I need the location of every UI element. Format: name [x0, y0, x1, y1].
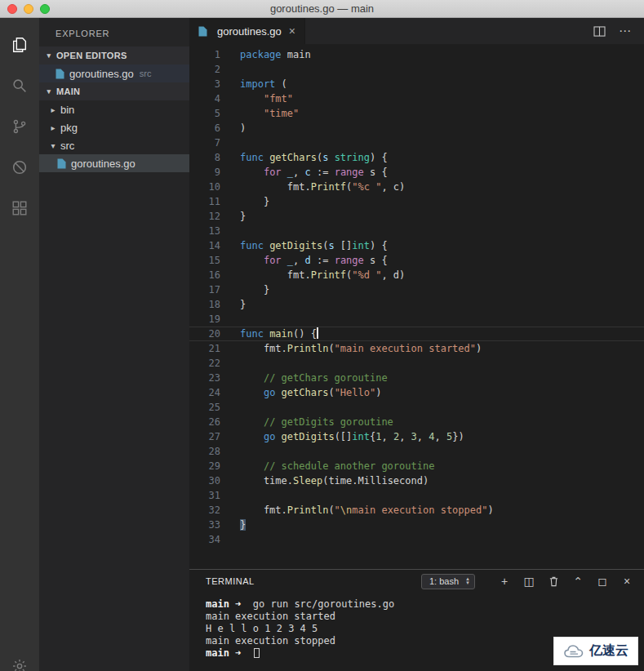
line-number[interactable]: 7 [189, 136, 220, 150]
code-line: 33} [189, 518, 644, 532]
text-cursor [317, 327, 318, 339]
line-number[interactable]: 30 [189, 473, 220, 488]
terminal-shell-select[interactable]: 1: bash ▲▼ [421, 574, 475, 589]
zoom-window-button[interactable] [40, 4, 50, 14]
line-number[interactable]: 25 [189, 400, 220, 415]
line-number[interactable]: 5 [189, 106, 220, 121]
line-number[interactable]: 13 [189, 224, 220, 238]
source-control-icon [11, 118, 29, 136]
more-actions-icon[interactable]: ⋯ [619, 24, 631, 38]
code-token: go [264, 387, 275, 398]
code-token: c [305, 167, 311, 178]
line-number[interactable]: 18 [189, 297, 220, 312]
maximize-panel-button[interactable]: ⌃ [571, 575, 584, 588]
line-number[interactable]: 27 [189, 429, 220, 444]
code-line: 4 "fmt" [189, 91, 644, 106]
terminal-cursor [254, 648, 260, 658]
tab-goroutines[interactable]: goroutines.go × [189, 18, 305, 44]
line-number[interactable]: 20 [189, 327, 220, 341]
chevron-down-icon: ▾ [43, 51, 55, 60]
tree-item-pkg[interactable]: ▸pkg [39, 118, 189, 136]
line-number[interactable]: 17 [189, 282, 220, 297]
line-number[interactable]: 29 [189, 459, 220, 473]
close-panel-button[interactable]: × [620, 575, 633, 588]
code-line-text: // getDigits goroutine [240, 415, 393, 429]
tree-item-goroutines-go[interactable]: goroutines.go [39, 154, 189, 172]
code-token: , [399, 431, 411, 442]
code-token: func [240, 240, 264, 251]
code-editor[interactable]: 1package main23import (4 "fmt"5 "time"6)… [189, 44, 644, 569]
code-token: int [352, 431, 370, 442]
line-number[interactable]: 15 [189, 253, 220, 268]
tab-label: goroutines.go [217, 25, 282, 38]
code-token: [] [335, 240, 353, 251]
kill-terminal-button[interactable] [547, 575, 560, 587]
code-token: range [335, 167, 364, 178]
section-open-editors-label: OPEN EDITORS [56, 51, 127, 60]
code-token: , [381, 431, 393, 442]
code-token: 4 [429, 431, 434, 442]
code-token: s [328, 240, 334, 251]
tab-close-icon[interactable]: × [289, 24, 295, 38]
line-number[interactable]: 11 [189, 194, 220, 209]
line-number[interactable]: 34 [189, 532, 220, 547]
code-token: main [282, 49, 311, 60]
line-number[interactable]: 6 [189, 121, 220, 136]
terminal-title[interactable]: TERMINAL [206, 576, 255, 586]
line-number[interactable]: 33 [189, 518, 220, 532]
code-token: ) [240, 122, 246, 134]
code-token [240, 416, 264, 428]
activity-bar-item-extensions[interactable] [0, 188, 39, 229]
code-line-text: func main() { [240, 327, 318, 341]
activity-bar-item-debug[interactable] [0, 147, 39, 188]
line-number[interactable]: 14 [189, 238, 220, 253]
minimize-window-button[interactable] [24, 4, 33, 14]
activity-bar-item-explorer[interactable] [0, 24, 39, 65]
code-line-text: time.Sleep(time.Millisecond) [240, 473, 429, 488]
new-terminal-button[interactable]: + [498, 575, 511, 588]
terminal-token: main execution stopped [206, 635, 335, 647]
code-token: , [417, 431, 429, 442]
line-number[interactable]: 10 [189, 180, 220, 194]
split-editor-icon[interactable] [593, 26, 606, 37]
code-token: "%d " [352, 269, 381, 281]
line-number[interactable]: 16 [189, 268, 220, 282]
tree-item-bin[interactable]: ▸bin [39, 100, 189, 118]
restore-panel-button[interactable]: ◻ [596, 575, 609, 588]
main-content: EXPLORER ▾ OPEN EDITORS goroutines.go sr… [0, 18, 644, 671]
line-number[interactable]: 12 [189, 209, 220, 224]
section-main-folder[interactable]: ▾ MAIN [39, 82, 189, 100]
line-number[interactable]: 3 [189, 77, 220, 91]
line-number[interactable]: 28 [189, 444, 220, 459]
line-number[interactable]: 32 [189, 503, 220, 518]
line-number[interactable]: 22 [189, 356, 220, 371]
debug-icon [11, 158, 29, 176]
code-token: _ [287, 167, 293, 178]
code-token: } [240, 196, 269, 207]
activity-bar-item-search[interactable] [0, 65, 39, 106]
split-terminal-button[interactable]: ◫ [522, 575, 535, 588]
code-line: 29 // schedule another goroutine [189, 459, 644, 473]
line-number[interactable]: 26 [189, 415, 220, 429]
code-token: "%c " [352, 181, 381, 193]
activity-bar-item-source-control[interactable] [0, 106, 39, 147]
open-editor-item-goroutines[interactable]: goroutines.go src [39, 64, 189, 82]
line-number[interactable]: 21 [189, 341, 220, 356]
line-number[interactable]: 23 [189, 371, 220, 385]
close-window-button[interactable] [7, 4, 17, 14]
terminal-token [241, 647, 252, 659]
activity-bar-item-settings[interactable] [0, 654, 39, 671]
line-number[interactable]: 24 [189, 385, 220, 400]
line-number[interactable]: 2 [189, 62, 220, 77]
line-number[interactable]: 1 [189, 47, 220, 62]
section-open-editors[interactable]: ▾ OPEN EDITORS [39, 47, 189, 64]
tab-actions: ⋯ [593, 18, 644, 44]
line-number[interactable]: 4 [189, 91, 220, 106]
tree-item-src[interactable]: ▾src [39, 136, 189, 154]
line-number[interactable]: 31 [189, 488, 220, 503]
line-number[interactable]: 19 [189, 312, 220, 327]
line-number[interactable]: 8 [189, 150, 220, 165]
terminal-line: H e l l o 1 2 3 4 5 [206, 623, 644, 635]
code-token [240, 167, 264, 178]
line-number[interactable]: 9 [189, 165, 220, 180]
